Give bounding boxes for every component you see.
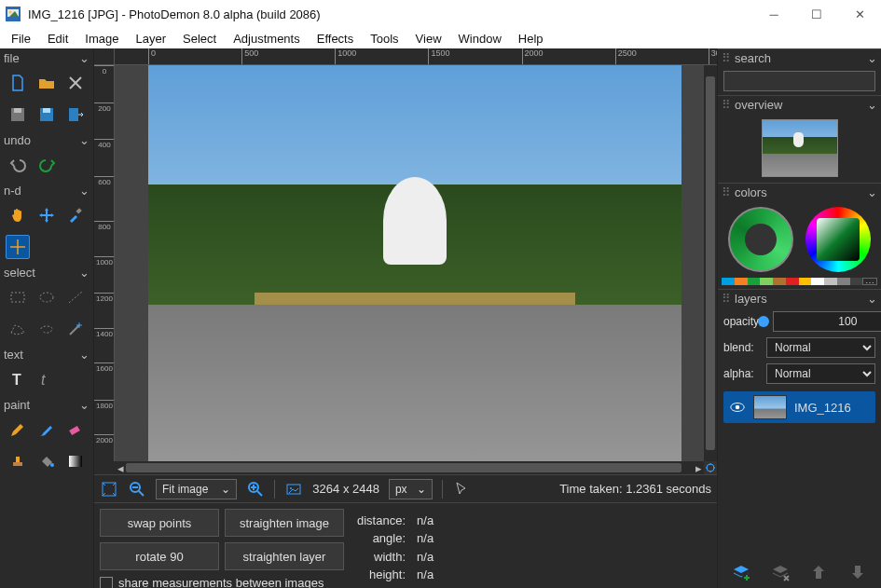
swatch[interactable] (773, 278, 786, 285)
panel-layers-header[interactable]: ⠿layers⌄ (718, 289, 881, 308)
menu-file[interactable]: File (4, 32, 38, 46)
clone-tool[interactable] (6, 449, 29, 473)
scroll-right-icon[interactable]: ▸ (693, 461, 704, 474)
swatch[interactable] (786, 278, 799, 285)
new-file-button[interactable] (6, 71, 29, 95)
ruler-horizontal[interactable]: 050010001500200025003000 (115, 48, 717, 65)
group-select-header[interactable]: select⌄ (0, 263, 93, 281)
redo-button[interactable] (35, 153, 60, 177)
shade-wheel[interactable] (728, 207, 793, 272)
swatch[interactable] (735, 278, 748, 285)
line-select-tool[interactable] (64, 285, 88, 309)
delete-layer-button[interactable] (770, 562, 791, 582)
hand-tool[interactable] (6, 203, 29, 227)
zoom-in-button[interactable] (246, 480, 265, 499)
zoom-out-button[interactable] (128, 480, 146, 499)
layer-item[interactable]: IMG_1216 (723, 391, 875, 423)
hue-wheel[interactable] (805, 207, 871, 272)
save-copy-button[interactable] (34, 103, 58, 127)
close-button[interactable]: ✕ (838, 0, 881, 28)
swatch[interactable] (824, 278, 837, 285)
ellipse-select-tool[interactable] (34, 285, 58, 309)
ruler-vertical[interactable]: 0200400600800100012001400160018002000220… (94, 65, 115, 461)
menu-effects[interactable]: Effects (310, 32, 362, 46)
menu-edit[interactable]: Edit (40, 32, 76, 46)
minimize-button[interactable]: ─ (752, 0, 795, 28)
measure-tool[interactable] (6, 235, 30, 259)
search-input[interactable] (723, 71, 875, 91)
swatch[interactable] (722, 278, 735, 285)
straighten-layer-button[interactable]: straighten layer (225, 542, 344, 570)
add-layer-button[interactable] (731, 562, 751, 582)
menu-adjustments[interactable]: Adjustments (226, 32, 308, 46)
swatch[interactable] (748, 278, 761, 285)
export-button[interactable] (64, 103, 88, 127)
scrollbar-vertical[interactable] (704, 65, 717, 461)
maximize-button[interactable]: ☐ (795, 0, 838, 28)
menu-window[interactable]: Window (451, 32, 509, 46)
panel-search-header[interactable]: ⠿search⌄ (718, 48, 881, 67)
opacity-input[interactable] (773, 311, 881, 332)
fill-tool[interactable] (34, 449, 58, 473)
canvas[interactable] (115, 65, 704, 461)
cursor-tool-icon[interactable] (452, 480, 471, 499)
menu-layer[interactable]: Layer (129, 32, 174, 46)
share-measurements-checkbox[interactable]: share measurements between images (100, 576, 344, 588)
scroll-left-icon[interactable]: ◂ (115, 461, 126, 474)
rotate-90-button[interactable]: rotate 90 (100, 542, 219, 570)
open-file-button[interactable] (34, 71, 58, 95)
swatch-row[interactable]: ⋯ (718, 278, 881, 289)
svg-point-24 (290, 487, 292, 489)
pencil-tool[interactable] (6, 417, 29, 442)
swatch[interactable] (760, 278, 773, 285)
unit-select[interactable]: px⌄ (389, 479, 433, 499)
eraser-tool[interactable] (64, 417, 88, 442)
panel-colors-header[interactable]: ⠿colors⌄ (718, 183, 881, 201)
group-undo-header[interactable]: undo⌄ (0, 130, 93, 149)
menu-view[interactable]: View (408, 32, 449, 46)
menu-help[interactable]: Help (511, 32, 551, 46)
swatch[interactable] (850, 278, 863, 285)
swatch-more-button[interactable]: ⋯ (862, 278, 877, 285)
layer-down-button[interactable] (847, 562, 868, 582)
svg-rect-15 (13, 462, 22, 466)
menu-tools[interactable]: Tools (363, 32, 406, 46)
close-file-button[interactable] (64, 71, 88, 95)
straighten-image-button[interactable]: straighten image (225, 509, 344, 537)
menu-select[interactable]: Select (175, 32, 224, 46)
eye-icon[interactable] (729, 399, 746, 416)
swatch[interactable] (799, 278, 812, 285)
alpha-select[interactable]: Normal (766, 363, 875, 384)
panel-overview-header[interactable]: ⠿overview⌄ (718, 95, 881, 114)
overview-thumbnail[interactable] (762, 119, 838, 177)
text-tool[interactable]: T (6, 367, 30, 391)
layer-up-button[interactable] (808, 562, 829, 582)
group-file-header[interactable]: file⌄ (0, 48, 93, 67)
color-picker-tool[interactable] (64, 203, 88, 227)
brush-tool[interactable] (34, 417, 58, 442)
chevron-down-icon: ⌄ (79, 348, 89, 362)
poly-select-tool[interactable] (6, 317, 29, 341)
group-nd-header[interactable]: n-d⌄ (0, 181, 93, 199)
gradient-tool[interactable] (64, 449, 88, 473)
blend-select[interactable]: Normal (766, 337, 875, 358)
resize-canvas-icon[interactable] (704, 461, 717, 474)
menubar[interactable]: File Edit Image Layer Select Adjustments… (0, 28, 881, 48)
menu-image[interactable]: Image (77, 32, 126, 46)
lasso-select-tool[interactable] (34, 317, 58, 341)
rect-select-tool[interactable] (6, 285, 29, 309)
group-text-header[interactable]: text⌄ (0, 345, 93, 363)
typography-tool[interactable]: t (35, 367, 60, 391)
fit-window-button[interactable] (100, 480, 118, 499)
wand-select-tool[interactable] (64, 317, 88, 341)
chevron-down-icon: ⌄ (79, 184, 89, 198)
swap-points-button[interactable]: swap points (100, 509, 219, 537)
zoom-select[interactable]: Fit image⌄ (156, 479, 237, 499)
group-paint-header[interactable]: paint⌄ (0, 395, 93, 414)
scrollbar-horizontal[interactable]: ◂ ▸ (115, 461, 704, 474)
swatch[interactable] (837, 278, 850, 285)
move-tool[interactable] (34, 203, 58, 227)
save-button[interactable] (6, 103, 29, 127)
undo-button[interactable] (6, 153, 30, 177)
swatch[interactable] (811, 278, 824, 285)
